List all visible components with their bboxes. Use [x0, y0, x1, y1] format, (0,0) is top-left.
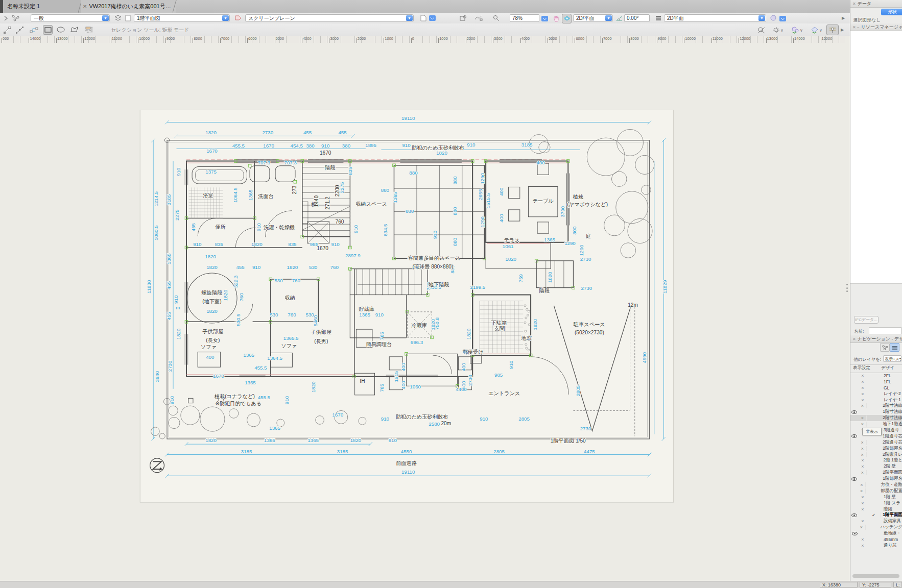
layer-row[interactable]: ×2階平面図	[850, 470, 902, 476]
layer-row[interactable]: ×2FL	[850, 373, 902, 379]
layer-row[interactable]: ×部屋の配置	[850, 488, 902, 494]
tab-untitled[interactable]: 名称未設定 1	[3, 0, 84, 13]
hidden-x-icon[interactable]: ×	[859, 507, 867, 512]
duplicate-along-path-icon[interactable]	[15, 26, 24, 34]
hidden-x-icon[interactable]: ×	[858, 488, 865, 494]
plane-mode-icon[interactable]	[562, 14, 572, 23]
class-tag-icon[interactable]	[234, 14, 243, 22]
layer-row[interactable]: ×1階 スラ	[850, 500, 902, 506]
drawing-canvas[interactable]: 1911018202730455455455.51670454.53809103…	[0, 43, 845, 579]
hidden-x-icon[interactable]: ×	[859, 415, 867, 421]
nav-views-button[interactable]	[880, 343, 890, 352]
saved-views-icon[interactable]	[11, 14, 20, 22]
layer-row[interactable]: ×方位・道路	[850, 482, 902, 488]
snap-palette-icon[interactable]	[810, 26, 819, 34]
hidden-x-icon[interactable]: ×	[859, 446, 867, 451]
zoom-icon[interactable]	[492, 14, 501, 22]
page-options-chevron[interactable]	[428, 14, 437, 22]
visible-eye-icon[interactable]	[850, 410, 859, 414]
ifc-data-button[interactable]: IFCデータ...	[854, 316, 879, 324]
layer-row[interactable]: ×455mm	[850, 536, 902, 543]
view2-dropdown[interactable]: 2D平面▼	[664, 14, 766, 22]
lasso-select-mode[interactable]	[56, 25, 65, 34]
rotation-field[interactable]: 0.00°	[624, 14, 650, 22]
hidden-x-icon[interactable]: ×	[858, 440, 866, 445]
tab-shape[interactable]: 形状	[881, 9, 902, 15]
hidden-x-icon[interactable]: ×	[859, 470, 867, 475]
hidden-x-icon[interactable]: ×	[859, 519, 867, 524]
layer-dropdown[interactable]: 1階平面図▼	[134, 14, 230, 22]
fit-objects-icon[interactable]	[474, 14, 483, 22]
visible-eye-icon[interactable]	[850, 532, 859, 535]
active-check-cell[interactable]: ✓	[867, 512, 881, 518]
nav-layers-button[interactable]	[890, 343, 899, 352]
fit-page-icon[interactable]	[459, 14, 467, 22]
zoom-level-field[interactable]: 78%	[510, 14, 539, 22]
doc-toggle-icon[interactable]	[124, 14, 132, 22]
layer-row[interactable]: ×1FL	[850, 379, 902, 385]
other-layers-dropdown[interactable]: 表示+スナ	[883, 355, 901, 362]
constrain-tool-icon[interactable]	[30, 26, 38, 34]
chevron-down-icon[interactable]: ∨	[819, 28, 822, 33]
layer-row[interactable]: 敷地線・	[850, 530, 902, 536]
tab-vw2017[interactable]: ✕ VW2017俺様のいえ素案001号…	[81, 0, 176, 13]
hidden-x-icon[interactable]: ×	[858, 482, 866, 487]
overflow-arrow-icon[interactable]: ▶	[842, 16, 845, 20]
zoom-chevron[interactable]	[540, 14, 549, 23]
push-pin-icon[interactable]	[826, 24, 839, 35]
layer-row[interactable]: ✓1階平面図	[850, 512, 902, 518]
view-dropdown[interactable]: 2D/平面▼	[573, 14, 613, 22]
angle-icon[interactable]	[615, 14, 624, 22]
visible-eye-icon[interactable]	[850, 513, 859, 517]
chevron-down-icon[interactable]: ∨	[780, 28, 784, 33]
data-palette-header[interactable]: ✕データ	[850, 0, 902, 8]
panel-scrollbar[interactable]	[852, 574, 899, 578]
layer-row[interactable]: ×通り芯	[850, 543, 902, 549]
layer-row[interactable]: 1階寸法線	[850, 409, 902, 415]
smart-options-icon[interactable]	[791, 26, 799, 34]
hidden-x-icon[interactable]: ×	[859, 385, 867, 390]
resource-manager-header[interactable]: ✕ −リソースマネージャ	[850, 23, 902, 31]
close-icon[interactable]: ✕	[852, 337, 856, 341]
pan-hand-icon[interactable]	[552, 14, 560, 22]
hidden-x-icon[interactable]: ×	[859, 458, 867, 463]
layer-row[interactable]: ×2階部屋名	[850, 446, 902, 452]
layer-row[interactable]: ×2階寸法線	[850, 403, 902, 409]
layers-icon[interactable]	[113, 14, 122, 22]
move-by-points-icon[interactable]	[3, 26, 12, 34]
rectangle-select-mode[interactable]	[43, 25, 53, 35]
visible-eye-icon[interactable]	[850, 477, 859, 481]
hidden-x-icon[interactable]: ×	[859, 391, 867, 397]
hidden-x-icon[interactable]: ×	[858, 452, 866, 457]
layer-row[interactable]: ×レイヤ-2	[850, 391, 902, 397]
layer-row[interactable]: ×1階 壁	[850, 494, 902, 500]
chevron-down-icon[interactable]: ∨	[800, 28, 803, 33]
close-icon[interactable]: ✕ −	[852, 25, 860, 30]
layer-row[interactable]: ×2階家具レ	[850, 452, 902, 458]
page-icon[interactable]	[419, 14, 428, 22]
gear-icon[interactable]	[772, 26, 781, 34]
plane-dropdown[interactable]: スクリーンプレーン▼	[245, 14, 414, 22]
render-mode-icon[interactable]	[769, 14, 778, 22]
close-icon[interactable]: ✕	[852, 2, 856, 6]
hidden-x-icon[interactable]: ×	[859, 422, 867, 427]
hidden-x-icon[interactable]: ×	[859, 501, 867, 506]
layer-row[interactable]: ×地下1階通	[850, 421, 902, 427]
polygon-select-mode[interactable]	[69, 25, 78, 34]
collapse-chevron-icon[interactable]	[1, 14, 10, 22]
splitter-handle[interactable]	[846, 284, 848, 292]
close-icon[interactable]: ✕	[83, 4, 87, 9]
layer-row[interactable]: 1階部屋名	[850, 476, 902, 482]
hidden-x-icon[interactable]: ×	[859, 379, 867, 384]
hidden-x-icon[interactable]: ×	[859, 464, 867, 469]
class-dropdown[interactable]: 一般▼	[31, 14, 110, 22]
layer-row[interactable]: ×2階 1階と	[850, 457, 902, 463]
resource-manager-body[interactable]	[850, 31, 902, 284]
navigation-palette-header[interactable]: ✕ナビゲーション - デザ	[850, 335, 902, 343]
hidden-x-icon[interactable]: ×	[859, 373, 867, 378]
hidden-x-icon[interactable]: ×	[859, 495, 867, 500]
render-chevron[interactable]	[778, 14, 787, 23]
name-field[interactable]	[869, 327, 901, 334]
layer-row[interactable]: ×設備家具	[850, 518, 902, 524]
hidden-x-icon[interactable]: ×	[858, 525, 865, 530]
